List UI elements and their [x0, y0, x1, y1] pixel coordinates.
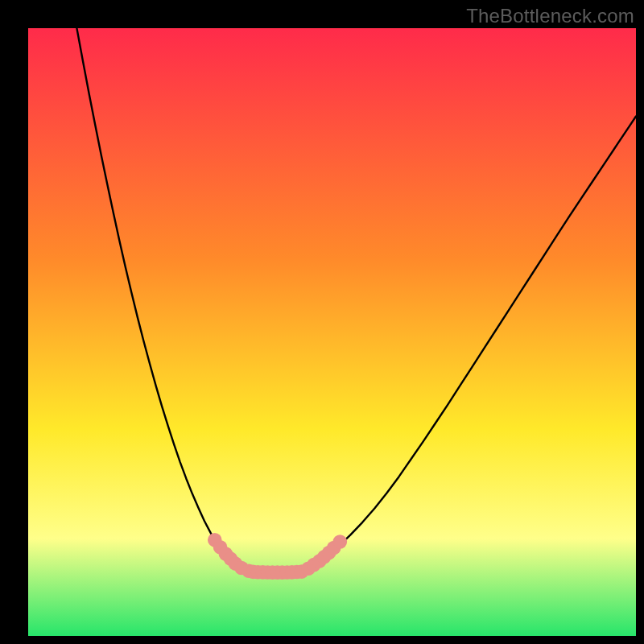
watermark-text: TheBottleneck.com — [466, 5, 634, 27]
marker-dot — [333, 535, 348, 549]
chart-plot — [28, 28, 636, 636]
outer-frame: TheBottleneck.com — [0, 0, 644, 644]
